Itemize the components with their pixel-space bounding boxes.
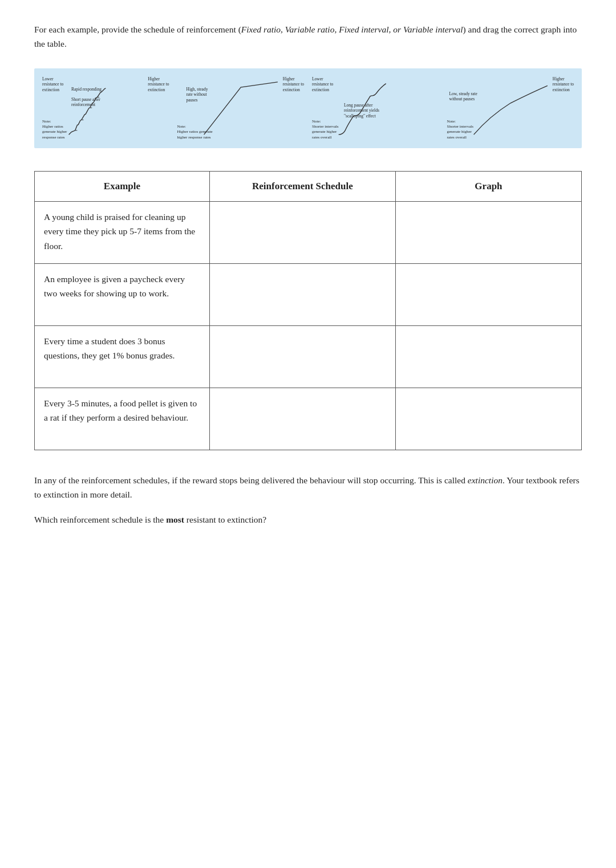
footer-paragraph-2: Which reinforcement schedule is the most…: [34, 512, 582, 527]
footer-p1-italic: extinction: [468, 475, 502, 485]
intro-paragraph: For each example, provide the schedule o…: [34, 23, 582, 51]
graph-drop-4[interactable]: [405, 396, 572, 442]
schedule-drop-4[interactable]: [219, 396, 386, 442]
graph4-note: Note:Shorter intervalsgenerate higherrat…: [447, 119, 473, 140]
table-row: Every time a student does 3 bonus questi…: [35, 325, 582, 388]
example-text-3: Every time a student does 3 bonus questi…: [44, 334, 200, 380]
header-schedule: Reinforcement Schedule: [209, 171, 395, 201]
graph-cell-3[interactable]: [395, 325, 581, 388]
reinforcement-table: Example Reinforcement Schedule Graph A y…: [34, 171, 582, 450]
schedule-cell-2[interactable]: [209, 263, 395, 325]
header-graph: Graph: [395, 171, 581, 201]
example-text-1: A young child is praised for cleaning up…: [44, 210, 200, 255]
footer-p1-before: In any of the reinforcement schedules, i…: [34, 475, 468, 485]
footer-p2-before: Which reinforcement schedule is the: [34, 515, 166, 524]
graph2-note: Note:Higher ratios generatehigher respon…: [177, 124, 213, 140]
graph-variable-ratio[interactable]: Higherresistance toextinction High, stea…: [175, 74, 307, 142]
example-cell-1: A young child is praised for cleaning up…: [35, 201, 210, 263]
table-header-row: Example Reinforcement Schedule Graph: [35, 171, 582, 201]
intro-text-before: For each example, provide the schedule o…: [34, 25, 241, 34]
schedule-drop-1[interactable]: [219, 210, 386, 255]
footer-paragraph-1: In any of the reinforcement schedules, i…: [34, 473, 582, 502]
example-cell-2: An employee is given a paycheck every tw…: [35, 263, 210, 325]
example-cell-3: Every time a student does 3 bonus questi…: [35, 325, 210, 388]
graph-cell-4[interactable]: [395, 388, 581, 450]
example-text-4: Every 3-5 minutes, a food pellet is give…: [44, 396, 200, 442]
graph-drop-1[interactable]: [405, 210, 572, 255]
example-cell-4: Every 3-5 minutes, a food pellet is give…: [35, 388, 210, 450]
graph-cell-2[interactable]: [395, 263, 581, 325]
schedule-cell-1[interactable]: [209, 201, 395, 263]
example-text-2: An employee is given a paycheck every tw…: [44, 272, 200, 317]
graph1-note: Note:Higher ratiosgenerate higherrespons…: [42, 119, 67, 140]
graphs-reference-section: Lowerresistance toextinction Higherresis…: [34, 68, 582, 148]
table-row: A young child is praised for cleaning up…: [35, 201, 582, 263]
graph-fixed-interval[interactable]: Lowerresistance toextinction Long pause …: [310, 74, 441, 142]
schedule-cell-4[interactable]: [209, 388, 395, 450]
intro-italic: Fixed ratio, Variable ratio, Fixed inter…: [241, 25, 463, 34]
graph-drop-3[interactable]: [405, 334, 572, 380]
table-row: Every 3-5 minutes, a food pellet is give…: [35, 388, 582, 450]
graph-fixed-ratio[interactable]: Lowerresistance toextinction Higherresis…: [40, 74, 172, 142]
header-example: Example: [35, 171, 210, 201]
schedule-drop-2[interactable]: [219, 272, 386, 317]
graph-cell-1[interactable]: [395, 201, 581, 263]
schedule-cell-3[interactable]: [209, 325, 395, 388]
graph-variable-interval[interactable]: Higherresistance toextinction Low, stead…: [445, 74, 577, 142]
graph-drop-2[interactable]: [405, 272, 572, 317]
table-row: An employee is given a paycheck every tw…: [35, 263, 582, 325]
schedule-drop-3[interactable]: [219, 334, 386, 380]
graph3-note: Note:Shorter intervalsgenerate higherrat…: [312, 119, 338, 140]
footer-p2-bold: most: [166, 515, 184, 524]
footer-p2-after: resistant to extinction?: [184, 515, 266, 524]
